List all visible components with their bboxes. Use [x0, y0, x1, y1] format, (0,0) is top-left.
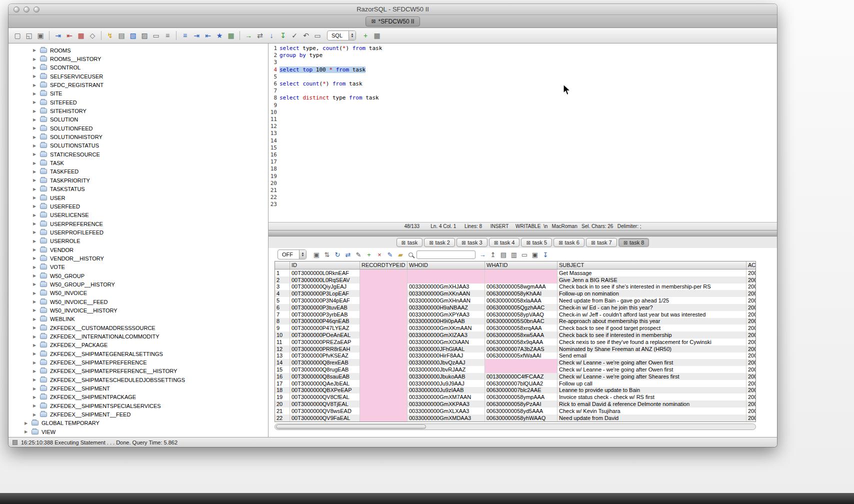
cell-whatid[interactable]: 006300000058xw5AAA: [485, 332, 558, 338]
disclosure-triangle-icon[interactable]: ▶: [33, 222, 40, 226]
describe-table-icon[interactable]: ◇: [88, 30, 98, 40]
tree-item-w50-invoice[interactable]: ▶W50_INVOICE: [8, 289, 268, 298]
cell-id[interactable]: 00T3000000QV9FaEAL: [290, 414, 360, 422]
cell-whatid[interactable]: 006300000058yhWAAQ: [485, 414, 558, 422]
cell-subject[interactable]: Invoice status check - check w/ RS first: [558, 394, 746, 400]
cell-id[interactable]: 00T3000000Q8rexEAB: [290, 359, 360, 366]
cell-whatid[interactable]: 00630000005S0bnAAC: [485, 318, 558, 325]
export-results-icon[interactable]: ↥: [488, 250, 498, 259]
disclosure-triangle-icon[interactable]: ▶: [24, 421, 32, 426]
tree-item-userpreference[interactable]: ▶USERPREFERENCE: [8, 220, 268, 228]
cell-whoid[interactable]: 0033000000GmXM7AAN: [408, 394, 485, 400]
link-rows-icon[interactable]: ⇄: [344, 250, 352, 259]
cell-recordtypeid[interactable]: [360, 338, 408, 346]
result-tab-task-7[interactable]: ⊠task 7: [586, 238, 617, 247]
select-stepper-icon[interactable]: ▲▼: [299, 250, 306, 259]
editor-code[interactable]: select type, count(*) from taskgroup by …: [280, 45, 777, 222]
column-header-recordtypeid[interactable]: RECORDTYPEID: [360, 262, 408, 269]
cell-subject[interactable]: Check w/ Kevin Tsujihara: [558, 408, 746, 414]
cell-subject[interactable]: Need update from David: [558, 414, 746, 422]
disclosure-triangle-icon[interactable]: ▶: [33, 239, 40, 244]
disclosure-triangle-icon[interactable]: ▶: [33, 248, 40, 252]
tools-icon[interactable]: +: [360, 30, 370, 40]
cell-ac[interactable]: 200: [746, 332, 756, 338]
tree-item-vendor-history[interactable]: ▶VENDOR__HISTORY: [8, 254, 268, 262]
cell-whoid[interactable]: 0033000000JbvQzAAJ: [408, 359, 485, 366]
disclosure-triangle-icon[interactable]: ▶: [33, 100, 40, 104]
paste-icon[interactable]: ▨: [140, 30, 150, 40]
download-icon[interactable]: ↧: [541, 250, 550, 259]
form-view-icon[interactable]: ▤: [499, 250, 508, 259]
cell-recordtypeid[interactable]: [360, 304, 408, 311]
cell-id[interactable]: 00T3000000L0RqSEAV: [290, 276, 360, 284]
tree-item-w50-invoice-history[interactable]: ▶W50_INVOICE__HISTORY: [8, 306, 268, 314]
cell-ac[interactable]: 200: [746, 366, 756, 373]
clipboard-icon[interactable]: ▭: [151, 30, 161, 40]
disclosure-triangle-icon[interactable]: ▶: [33, 230, 40, 234]
disclosure-triangle-icon[interactable]: ▶: [33, 83, 40, 88]
title-bar[interactable]: RazorSQL - SFDCW50 II: [8, 4, 777, 15]
grid-row[interactable]: 1200T3000000PRR8rEAH0033000000JFhGlAAL00…: [275, 346, 756, 352]
editor-line[interactable]: [280, 59, 777, 66]
go-icon[interactable]: →: [478, 250, 487, 259]
close-tab-icon[interactable]: ⊠: [429, 240, 433, 246]
cell-recordtypeid[interactable]: [360, 373, 408, 380]
tree-item-user[interactable]: ▶USER: [8, 194, 268, 202]
search-input[interactable]: [416, 250, 476, 259]
tree-item-selfserviceuser[interactable]: ▶SELFSERVICEUSER: [8, 72, 268, 80]
tree-item-taskfeed[interactable]: ▶TASKFEED: [8, 168, 268, 176]
tree-item-scontrol[interactable]: ▶SCONTROL: [8, 64, 268, 72]
format-sql-icon[interactable]: ≡: [180, 30, 190, 40]
query-builder-icon[interactable]: ▭: [312, 30, 322, 40]
run-query-icon[interactable]: →: [244, 30, 254, 40]
grid-row[interactable]: 2100T3000000QV8wsEAD0033000000GmXLXAA300…: [275, 408, 756, 414]
grid-row[interactable]: 1300T3000000PfvKSEAZ0033000000HirF8AAJ00…: [275, 352, 756, 360]
spreadsheet-icon[interactable]: ▦: [372, 30, 382, 40]
disclosure-triangle-icon[interactable]: ▶: [33, 187, 40, 192]
cell-ac[interactable]: 200: [746, 394, 756, 400]
disclosure-triangle-icon[interactable]: ▶: [33, 291, 40, 296]
editor-line[interactable]: select type, count(*) from task: [280, 45, 777, 52]
disclosure-triangle-icon[interactable]: ▶: [33, 144, 40, 148]
tree-item-userlicense[interactable]: ▶USERLICENSE: [8, 211, 268, 220]
result-tab-task-5[interactable]: ⊠task 5: [521, 238, 552, 247]
cell-whoid[interactable]: 0033000000JFhGlAAL: [408, 346, 485, 352]
cell-ac[interactable]: 200: [746, 311, 756, 318]
grid-row[interactable]: 2000T3000000QV8TjEAL0033000000GmXKPAA300…: [275, 400, 756, 408]
cell-recordtypeid[interactable]: [360, 290, 408, 297]
cell-subject[interactable]: Follow-up on nomination: [558, 290, 746, 297]
tree-item-vendor[interactable]: ▶VENDOR: [8, 246, 268, 254]
editor-line[interactable]: [280, 158, 777, 166]
cell-whoid[interactable]: 0033000000HirF8AAJ: [408, 352, 485, 360]
cell-ac[interactable]: 200: [746, 387, 756, 394]
cell-whoid[interactable]: 0033000000JbvRJAAZ: [408, 366, 485, 373]
grid-row[interactable]: 700T3000000P3yrbEAB0033000000GmXPYAA3006…: [275, 311, 756, 318]
disclosure-triangle-icon[interactable]: ▶: [33, 274, 40, 278]
print-icon[interactable]: ▭: [520, 250, 529, 259]
tree-item-sitehistory[interactable]: ▶SITEHISTORY: [8, 106, 268, 115]
cell-ac[interactable]: 200: [746, 297, 756, 304]
stop-query-icon[interactable]: ↓: [266, 30, 276, 40]
disclosure-triangle-icon[interactable]: ▶: [33, 92, 40, 96]
tree-item-zkfedex-shipmentspecialservices[interactable]: ▶ZKFEDEX__SHIPMENTSPECIALSERVICES: [8, 402, 268, 410]
cell-id[interactable]: 00T3000000POeAnEAL: [290, 332, 360, 338]
cell-recordtypeid[interactable]: [360, 359, 408, 366]
disclosure-triangle-icon[interactable]: ▶: [33, 404, 40, 408]
add-row-icon[interactable]: +: [364, 250, 374, 259]
cell-ac[interactable]: 200: [746, 373, 756, 380]
cell-ac[interactable]: 200: [746, 408, 756, 414]
disclosure-triangle-icon[interactable]: ▶: [33, 395, 40, 400]
grid-horizontal-scrollbar[interactable]: [274, 424, 756, 430]
disclosure-triangle-icon[interactable]: ▶: [33, 109, 40, 114]
cell-id[interactable]: 00T3000000QBXPeEAP: [290, 387, 360, 394]
cell-recordtypeid[interactable]: [360, 414, 408, 422]
editor-line[interactable]: [280, 123, 777, 130]
tree-item-w50-group-history[interactable]: ▶W50_GROUP__HISTORY: [8, 280, 268, 288]
cell-ac[interactable]: 200: [746, 380, 756, 387]
disclosure-triangle-icon[interactable]: ▶: [33, 317, 40, 322]
cell-whatid[interactable]: 00630000007blQUAA2: [485, 380, 558, 387]
cell-whoid[interactable]: [408, 270, 485, 276]
editor-line[interactable]: [280, 166, 777, 172]
cell-whoid[interactable]: 0033000000GmXIZAA3: [408, 332, 485, 338]
cell-whoid[interactable]: 0033000000GmXKPAA3: [408, 400, 485, 408]
